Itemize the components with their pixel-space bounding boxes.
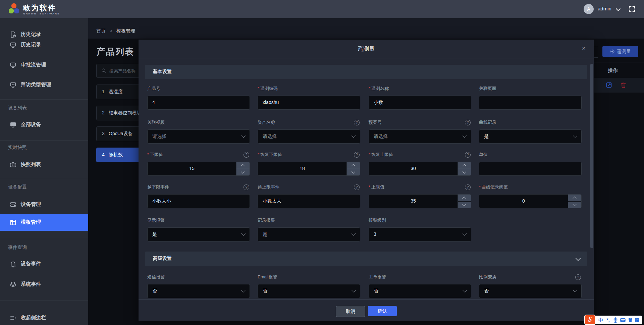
section-advanced-settings[interactable]: 高级设置 (145, 252, 587, 266)
template-icon (9, 219, 17, 226)
预案号-select[interactable]: 请选择 (369, 129, 471, 144)
modal-footer-divider (139, 299, 594, 300)
Email报警-select[interactable]: 否 (258, 284, 360, 298)
help-icon[interactable]: ? (244, 152, 249, 158)
遥测编码-input[interactable]: xiaoshu (258, 96, 360, 110)
breadcrumb-current: 模板管理 (116, 28, 135, 34)
sidebar-item-4-0[interactable]: 设备事件 (0, 257, 88, 271)
越上限事件-input[interactable]: 小数太大 (258, 194, 360, 208)
skin-icon[interactable] (627, 317, 633, 323)
form-field: 曲线记录是 (479, 119, 582, 126)
产品号-input[interactable]: 4 (147, 96, 250, 110)
sidebar-item-2-0[interactable]: 快照列表 (0, 158, 88, 171)
keyboard-icon[interactable] (620, 317, 626, 323)
field-label: 曲线记录 (479, 120, 496, 125)
恢复上限值-number-input[interactable]: 30 (369, 162, 471, 176)
help-icon[interactable]: ? (354, 184, 360, 190)
edit-icon[interactable] (605, 82, 612, 89)
table-search-input-partial[interactable] (594, 46, 598, 58)
stepper-up-button[interactable] (458, 162, 471, 169)
stepper-up-button[interactable] (347, 162, 360, 169)
sidebar-collapse-button[interactable]: 收起侧边栏 (0, 311, 88, 325)
form-field: *下限值?15 (147, 152, 250, 158)
sidebar-item-4-1[interactable]: 系统事件 (0, 278, 88, 291)
field-label: 比例变换 (479, 274, 496, 279)
punctuation-icon[interactable]: °, (605, 317, 611, 323)
close-icon[interactable]: × (579, 44, 588, 53)
stepper-up-button[interactable] (568, 195, 581, 201)
field-label: 工单报警 (369, 274, 386, 279)
stepper-down-button[interactable] (568, 202, 581, 208)
form-field: 短信报警否 (147, 274, 250, 281)
曲线记录阈值-number-input[interactable]: 0 (479, 194, 582, 208)
confirm-button[interactable]: 确认 (368, 306, 397, 316)
help-icon[interactable]: ? (465, 152, 471, 158)
关联页面-input[interactable] (479, 96, 582, 110)
sidebar-item-active[interactable]: 模板管理 (0, 214, 88, 231)
sidebar-item-0-3[interactable]: 拜访类型管理 (0, 78, 88, 92)
cancel-button[interactable]: 取消 (336, 306, 365, 317)
stepper-up-button[interactable] (458, 195, 471, 201)
form-field: 显示报警是 (147, 217, 250, 224)
stepper-down-button[interactable] (347, 169, 360, 176)
fullscreen-icon[interactable] (628, 5, 636, 13)
number-stepper (346, 162, 360, 175)
记录报警-select[interactable]: 是 (258, 227, 360, 241)
add-telemetry-button[interactable]: 遥测量 (602, 46, 638, 57)
关联视频-select[interactable]: 请选择 (147, 129, 250, 144)
top-header-bar: 敢为软件 GANWEI SOFTWARE A admin (0, 0, 644, 18)
sidebar-item-1-0[interactable]: 全部设备 (0, 118, 88, 131)
stepper-down-button[interactable] (458, 202, 471, 208)
help-icon[interactable]: ? (354, 120, 360, 125)
breadcrumb-home[interactable]: 首页 (96, 28, 106, 34)
stepper-down-button[interactable] (236, 169, 250, 176)
越下限事件-input[interactable]: 小数太小 (147, 194, 250, 208)
chinese-mode-icon[interactable]: 中 (598, 317, 604, 323)
help-icon[interactable]: ? (354, 152, 360, 158)
avatar[interactable]: A (584, 4, 594, 14)
sogou-logo-icon[interactable]: S (584, 315, 596, 325)
遥测名称-input[interactable]: 小数 (369, 96, 471, 110)
单位-input[interactable] (479, 162, 582, 176)
显示报警-select[interactable]: 是 (147, 227, 250, 241)
form-field: *恢复上限值?30 (369, 152, 471, 158)
brand-logo-icon (8, 3, 20, 15)
breadcrumb-separator: > (110, 28, 112, 34)
history-icon (9, 31, 17, 38)
modal-scrollbar[interactable] (590, 64, 593, 248)
form-field: 关联页面 (479, 86, 582, 92)
下限值-number-input[interactable]: 15 (147, 162, 250, 176)
form-field: 工单报警否 (369, 274, 471, 281)
field-label: 越下限事件 (147, 184, 169, 189)
stepper-down-button[interactable] (458, 169, 471, 176)
资产名称-select[interactable]: 请选择 (258, 129, 360, 144)
breadcrumb: 首页 > 模板管理 (96, 28, 135, 34)
table-divider (594, 62, 644, 62)
help-icon[interactable]: ? (465, 120, 471, 125)
microphone-icon[interactable] (612, 317, 619, 323)
报警级别-select[interactable]: 3 (369, 227, 471, 241)
工单报警-select[interactable]: 否 (369, 284, 471, 298)
上限值-number-input[interactable]: 35 (369, 194, 471, 208)
product-list-title: 产品列表 (97, 46, 134, 58)
delete-icon[interactable] (620, 82, 627, 89)
chevron-down-icon[interactable] (616, 6, 621, 11)
chevron-down-icon (352, 133, 356, 138)
sidebar-item-0-2[interactable]: 审批流管理 (0, 58, 88, 72)
field-label: 曲线记录阈值 (482, 184, 508, 189)
sidebar-item-0-1[interactable]: 历史记录 (0, 38, 88, 52)
modal-title: 遥测量 (139, 45, 594, 53)
section-basic-settings: 基本设置 (145, 65, 587, 79)
曲线记录-select[interactable]: 是 (479, 129, 582, 144)
sidebar-item-3-0[interactable]: 设备管理 (0, 198, 88, 211)
恢复下限值-number-input[interactable]: 18 (258, 162, 360, 176)
比例变换-select[interactable]: 否 (479, 284, 582, 298)
user-menu[interactable]: admin (598, 6, 611, 11)
stepper-up-button[interactable] (236, 162, 250, 169)
toolbox-icon[interactable] (634, 317, 640, 323)
help-icon[interactable]: ? (244, 184, 249, 190)
chevron-down-icon[interactable] (576, 256, 581, 261)
help-icon[interactable]: ? (465, 184, 471, 190)
help-icon[interactable]: ? (575, 274, 581, 280)
短信报警-select[interactable]: 否 (147, 284, 250, 298)
